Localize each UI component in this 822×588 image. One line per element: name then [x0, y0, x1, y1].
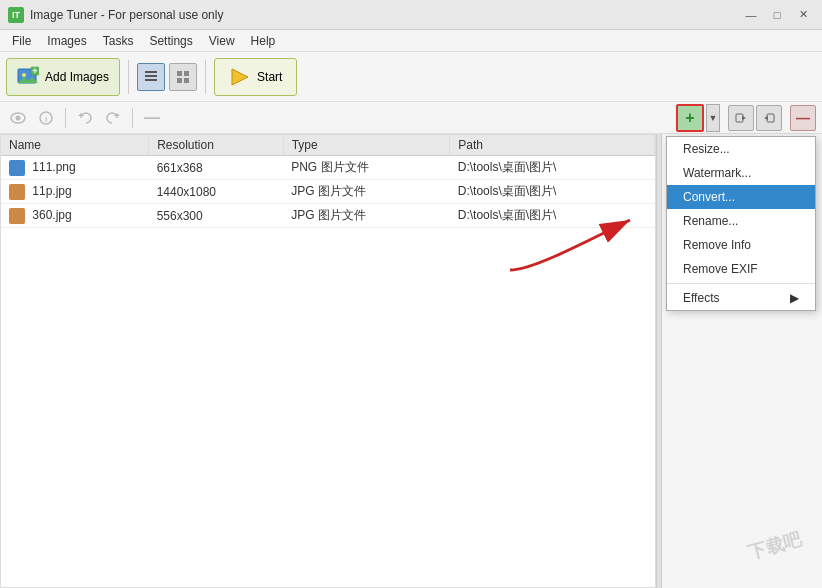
file-resolution-cell: 1440x1080	[149, 180, 284, 204]
menu-item-convert[interactable]: Convert...	[667, 185, 815, 209]
menu-view[interactable]: View	[201, 32, 243, 50]
view-grid-button[interactable]	[169, 63, 197, 91]
file-list-area[interactable]: Name Resolution Type Path 111.png 661x36…	[0, 134, 656, 588]
svg-rect-22	[767, 114, 774, 122]
menu-images[interactable]: Images	[39, 32, 94, 50]
maximize-button[interactable]: □	[766, 4, 788, 26]
menu-item-rename[interactable]: Rename...	[667, 209, 815, 233]
file-type-cell: PNG 图片文件	[283, 156, 450, 180]
menu-item-remove-info[interactable]: Remove Info	[667, 233, 815, 257]
rotate-right-button[interactable]	[101, 106, 125, 130]
file-resolution-cell: 661x368	[149, 156, 284, 180]
col-header-path[interactable]: Path	[450, 135, 655, 156]
svg-rect-5	[145, 71, 157, 73]
svg-rect-10	[177, 78, 182, 83]
view-list-button[interactable]	[137, 63, 165, 91]
svg-rect-7	[145, 79, 157, 81]
svg-marker-12	[232, 69, 248, 85]
close-button[interactable]: ✕	[792, 4, 814, 26]
toolbar-divider-1	[128, 60, 129, 94]
toolbar-divider-2	[205, 60, 206, 94]
menu-bar: File Images Tasks Settings View Help	[0, 30, 822, 52]
right-action-buttons: + ▼ — Resize... Water	[676, 104, 816, 132]
col-header-type[interactable]: Type	[283, 135, 450, 156]
toolbar: + Add Images Start	[0, 52, 822, 102]
file-resolution-cell: 556x300	[149, 204, 284, 228]
remove-item-button[interactable]: —	[790, 105, 816, 131]
file-list-container: Name Resolution Type Path 111.png 661x36…	[0, 134, 656, 588]
nav-forward-button[interactable]	[728, 105, 754, 131]
start-label: Start	[257, 70, 282, 84]
menu-separator	[667, 283, 815, 284]
remove-icon: —	[796, 110, 810, 126]
menu-item-watermark[interactable]: Watermark...	[667, 161, 815, 185]
toolbar2-divider-2	[132, 108, 133, 128]
col-header-resolution[interactable]: Resolution	[149, 135, 284, 156]
effects-arrow-icon: ▶	[790, 291, 799, 305]
svg-marker-20	[742, 116, 746, 120]
file-table: Name Resolution Type Path 111.png 661x36…	[1, 135, 655, 228]
svg-point-1	[22, 73, 26, 77]
eye-button[interactable]	[6, 106, 30, 130]
file-path-cell: D:\tools\桌面\图片\	[450, 156, 655, 180]
svg-rect-11	[184, 78, 189, 83]
table-header-row: Name Resolution Type Path	[1, 135, 655, 156]
file-icon-png	[9, 160, 25, 176]
svg-text:i: i	[45, 115, 47, 124]
app-icon: IT	[8, 7, 24, 23]
info-button[interactable]: i	[34, 106, 58, 130]
svg-point-14	[16, 115, 21, 120]
file-type-cell: JPG 图片文件	[283, 204, 450, 228]
window-controls: — □ ✕	[740, 4, 814, 26]
toolbar2-divider-1	[65, 108, 66, 128]
table-row[interactable]: 11p.jpg 1440x1080 JPG 图片文件 D:\tools\桌面\图…	[1, 180, 655, 204]
add-images-label: Add Images	[45, 70, 109, 84]
svg-rect-6	[145, 75, 157, 77]
table-row[interactable]: 111.png 661x368 PNG 图片文件 D:\tools\桌面\图片\	[1, 156, 655, 180]
menu-settings[interactable]: Settings	[141, 32, 200, 50]
rotate-left-button[interactable]	[73, 106, 97, 130]
file-icon-jpg	[9, 208, 25, 224]
file-name-cell: 111.png	[1, 156, 149, 180]
menu-file[interactable]: File	[4, 32, 39, 50]
dropdown-arrow-icon: ▼	[709, 113, 718, 123]
menu-item-resize[interactable]: Resize...	[667, 137, 815, 161]
file-icon-jpg	[9, 184, 25, 200]
svg-text:+: +	[32, 66, 37, 76]
start-button[interactable]: Start	[214, 58, 297, 96]
file-name-cell: 360.jpg	[1, 204, 149, 228]
add-action-button[interactable]: +	[676, 104, 704, 132]
remove-toolbar-button[interactable]: —	[140, 106, 164, 130]
add-icon: +	[685, 109, 694, 127]
file-path-cell: D:\tools\桌面\图片\	[450, 204, 655, 228]
col-header-name[interactable]: Name	[1, 135, 149, 156]
nav-back-button[interactable]	[756, 105, 782, 131]
add-images-icon: +	[17, 66, 39, 88]
file-path-cell: D:\tools\桌面\图片\	[450, 180, 655, 204]
window-title: Image Tuner - For personal use only	[30, 8, 740, 22]
dropdown-toggle-button[interactable]: ▼	[706, 104, 720, 132]
add-images-button[interactable]: + Add Images	[6, 58, 120, 96]
svg-rect-9	[184, 71, 189, 76]
menu-item-remove-exif[interactable]: Remove EXIF	[667, 257, 815, 281]
svg-rect-8	[177, 71, 182, 76]
title-bar: IT Image Tuner - For personal use only —…	[0, 0, 822, 30]
file-type-cell: JPG 图片文件	[283, 180, 450, 204]
table-row[interactable]: 360.jpg 556x300 JPG 图片文件 D:\tools\桌面\图片\	[1, 204, 655, 228]
toolbar2: i — + ▼	[0, 102, 822, 134]
svg-rect-19	[736, 114, 743, 122]
menu-tasks[interactable]: Tasks	[95, 32, 142, 50]
menu-item-effects[interactable]: Effects ▶	[667, 286, 815, 310]
minimize-button[interactable]: —	[740, 4, 762, 26]
dropdown-menu: Resize... Watermark... Convert... Rename…	[666, 136, 816, 311]
file-name-cell: 11p.jpg	[1, 180, 149, 204]
menu-help[interactable]: Help	[243, 32, 284, 50]
